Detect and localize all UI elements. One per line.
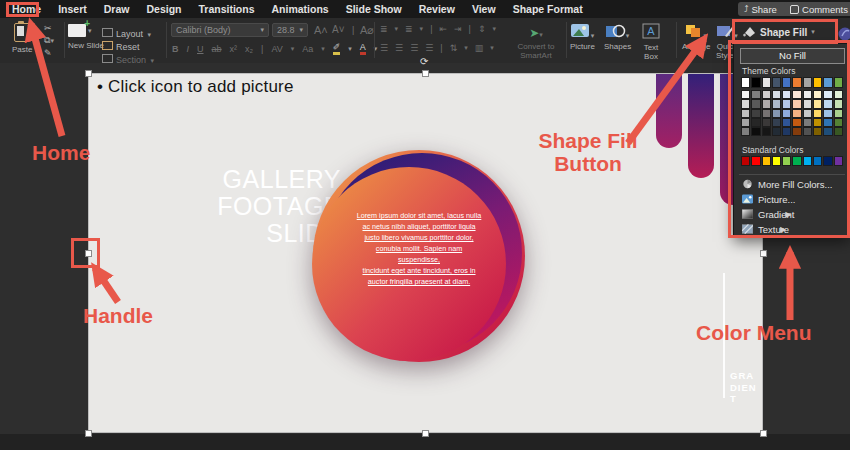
bold-button[interactable]: B <box>172 44 179 54</box>
share-button[interactable]: ⤴ Share <box>738 2 790 16</box>
underline-button[interactable]: U <box>197 44 204 54</box>
paste-label: Paste <box>12 45 32 54</box>
bullets-button[interactable]: ≣ <box>380 24 388 34</box>
section-icon <box>102 54 113 63</box>
menu-tab-shape-format[interactable]: Shape Format <box>513 3 583 15</box>
body-text-line: Lorem ipsum dolor sit amet, lacus nulla <box>354 210 484 221</box>
gradient-word-line: GRA <box>730 370 757 382</box>
menu-tab-draw[interactable]: Draw <box>104 3 130 15</box>
comment-bubble-icon <box>790 5 799 14</box>
annotation-text-line: Shape Fill <box>528 129 648 152</box>
menu-tab-animations[interactable]: Animations <box>272 3 329 15</box>
decrease-indent-button[interactable]: ⇤ <box>439 24 447 34</box>
text-box-label: Box <box>644 52 658 61</box>
circle-body-textbox[interactable]: Lorem ipsum dolor sit amet, lacus nulla … <box>354 210 484 287</box>
line-spacing-button[interactable]: ⇕ <box>478 24 486 34</box>
numbering-button[interactable]: ≣ <box>405 24 413 34</box>
annotation-label-shape-fill: Shape Fill Button <box>528 129 648 175</box>
font-name-select[interactable]: Calibri (Body)▾ <box>171 23 269 37</box>
share-label: Share <box>752 4 777 15</box>
annotation-label-home: Home <box>32 141 90 164</box>
paste-button[interactable]: Paste <box>12 23 32 54</box>
clear-formatting-button[interactable]: A⌀ <box>360 25 374 35</box>
text-direction-button[interactable]: ⇅ <box>450 43 458 53</box>
increase-indent-button[interactable]: ⇥ <box>454 24 462 34</box>
annotation-box-handle <box>71 238 100 268</box>
ribbon-divider <box>166 22 167 58</box>
body-text-line: ac netus nibh aliquet, porttitor ligula <box>354 221 484 232</box>
annotation-label-color-menu: Color Menu <box>696 321 812 344</box>
font-color-button[interactable]: A <box>360 42 366 55</box>
new-slide-label: New Slide <box>68 41 104 50</box>
superscript-button[interactable]: x² <box>230 44 238 54</box>
new-slide-button[interactable]: ▾ New Slide <box>68 24 104 50</box>
shapes-button[interactable]: ▾ Shapes <box>604 24 631 51</box>
decorative-pill-shape <box>656 74 682 148</box>
justify-button[interactable]: ☰ <box>425 43 433 53</box>
body-text-line: auctor fringilla praesent at diam. <box>354 276 484 287</box>
align-center-button[interactable]: ☰ <box>395 43 403 53</box>
text-box-icon: A <box>642 23 660 39</box>
convert-smartart-button[interactable]: ➤▾ Convert to SmartArt <box>508 23 564 60</box>
copy-button[interactable]: ⧉▾ <box>44 35 54 46</box>
comments-label: Comments <box>802 4 848 15</box>
picture-label: Picture <box>570 42 595 51</box>
menu-tab-design[interactable]: Design <box>146 3 181 15</box>
align-left-button[interactable]: ☰ <box>380 43 388 53</box>
decrease-font-button[interactable]: A˅ <box>332 25 345 35</box>
new-slide-icon <box>68 24 86 37</box>
selection-handle-middle-right[interactable] <box>760 250 767 257</box>
gradient-word-line: T <box>730 393 757 405</box>
text-box-button[interactable]: A Text Box <box>642 23 660 61</box>
menu-tab-insert[interactable]: Insert <box>58 3 87 15</box>
menu-tab-review[interactable]: Review <box>419 3 455 15</box>
arrange-label: Arrange <box>682 42 710 51</box>
selection-handle-bottom-right[interactable] <box>760 430 767 437</box>
align-right-button[interactable]: ☰ <box>410 43 418 53</box>
ribbon-divider <box>374 22 375 58</box>
annotation-box-color-menu <box>728 40 850 238</box>
group-divider: | <box>440 43 442 53</box>
group-divider: | <box>261 44 263 54</box>
character-spacing-button[interactable]: AV <box>271 44 282 54</box>
menu-tab-transitions[interactable]: Transitions <box>198 3 254 15</box>
font-name-value: Calibri (Body) <box>176 25 231 35</box>
subscript-button[interactable]: x₂ <box>245 44 253 54</box>
change-case-button[interactable]: Aa <box>302 44 313 54</box>
powerpoint-window: HomeInsertDrawDesignTransitionsAnimation… <box>0 0 850 450</box>
cut-button[interactable]: ✂ <box>44 23 52 33</box>
arrange-button[interactable]: ▾ Arrange <box>682 24 710 51</box>
font-size-select[interactable]: 28.8▾ <box>272 23 308 37</box>
slide-canvas[interactable]: • Click icon to add picture GALLERY FOOT… <box>88 73 763 433</box>
smartart-icon: ➤ <box>529 26 539 40</box>
strikethrough-button[interactable]: ab <box>212 44 222 54</box>
menu-tab-view[interactable]: View <box>472 3 496 15</box>
ribbon-divider <box>64 22 65 58</box>
rotate-handle[interactable]: ⟳ <box>420 56 428 67</box>
annotation-label-handle: Handle <box>83 304 153 327</box>
increase-font-button[interactable]: A˄ <box>314 25 328 35</box>
italic-button[interactable]: I <box>187 44 190 54</box>
gradient-label-textbox[interactable]: GRA DIEN T <box>730 370 757 405</box>
body-text-line: conubia mollit. Sapien nam suspendisse, <box>354 243 484 265</box>
picture-placeholder-text[interactable]: • Click icon to add picture <box>97 77 294 97</box>
svg-text:A: A <box>647 25 655 37</box>
selection-handle-top-center[interactable] <box>422 70 429 77</box>
menu-bar: HomeInsertDrawDesignTransitionsAnimation… <box>0 0 850 18</box>
annotation-text-line: Button <box>528 152 648 175</box>
selection-handle-bottom-center[interactable] <box>422 430 429 437</box>
group-divider: | <box>469 24 471 34</box>
columns-button[interactable]: ▥ <box>475 43 484 53</box>
selection-handle-bottom-left[interactable] <box>85 430 92 437</box>
picture-icon <box>571 24 591 38</box>
menu-tab-slide-show[interactable]: Slide Show <box>346 3 402 15</box>
menu-tab-strip: HomeInsertDrawDesignTransitionsAnimation… <box>12 0 583 18</box>
picture-button[interactable]: ▾ Picture <box>570 24 595 51</box>
selection-handle-top-left[interactable] <box>85 70 92 77</box>
format-painter-button[interactable]: ✎ <box>44 48 52 58</box>
comments-button[interactable]: Comments <box>784 2 850 16</box>
highlight-color-button[interactable]: ✐ <box>333 42 341 55</box>
text-box-label: Text <box>644 43 659 52</box>
group-divider: | <box>352 25 354 35</box>
shapes-label: Shapes <box>604 42 631 51</box>
